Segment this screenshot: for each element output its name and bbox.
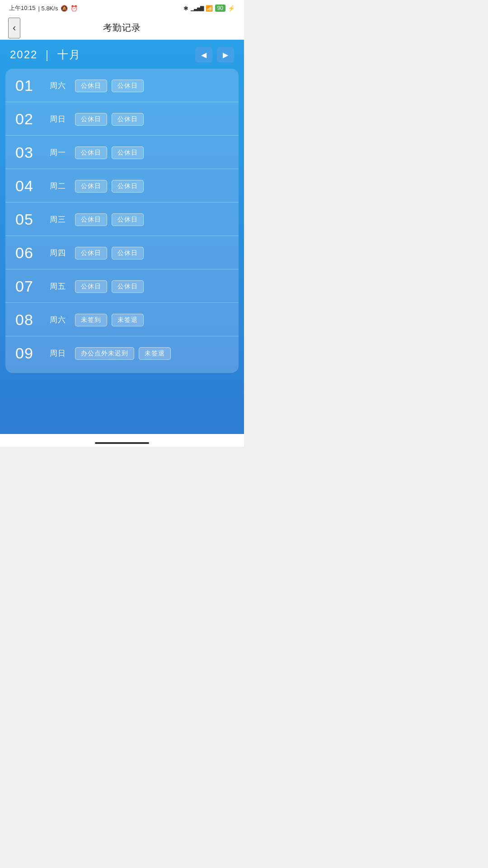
prev-month-button[interactable]: ◀ (195, 47, 212, 62)
page-title: 考勤记录 (103, 22, 141, 34)
record-day: 09 (15, 344, 42, 362)
record-tags: 未签到未签退 (75, 314, 229, 326)
record-weekday: 周二 (50, 181, 68, 191)
home-bar (0, 434, 244, 447)
month-title: 2022 ｜ 十月 (10, 47, 81, 62)
status-badge: 公休日 (112, 80, 144, 92)
record-weekday: 周六 (50, 315, 68, 325)
record-row[interactable]: 08周六未签到未签退 (5, 303, 239, 336)
status-badge: 公休日 (112, 213, 144, 226)
record-row[interactable]: 01周六公休日公休日 (5, 69, 239, 102)
alarm-icon: ⏰ (70, 5, 78, 12)
record-weekday: 周五 (50, 281, 68, 292)
status-badge: 公休日 (75, 80, 107, 92)
record-tags: 公休日公休日 (75, 180, 229, 193)
records-card: 01周六公休日公休日02周日公休日公休日03周一公休日公休日04周二公休日公休日… (5, 69, 239, 373)
record-row[interactable]: 02周日公休日公休日 (5, 102, 239, 136)
record-day: 07 (15, 278, 42, 295)
charging-icon: ⚡ (228, 5, 235, 12)
network-label: | 5.8K/s (38, 5, 58, 12)
status-badge: 公休日 (112, 180, 144, 193)
battery-container: 90 (215, 5, 225, 12)
record-day: 03 (15, 144, 42, 161)
separator-label: ｜ (42, 48, 53, 61)
no-disturb-icon: 🔕 (61, 5, 68, 12)
record-day: 04 (15, 177, 42, 195)
status-badge: 未签退 (139, 347, 171, 360)
status-badge: 公休日 (75, 213, 107, 226)
status-badge: 办公点外未迟到 (75, 347, 134, 360)
year-label: 2022 (10, 48, 38, 61)
status-badge: 公休日 (75, 247, 107, 259)
record-tags: 公休日公休日 (75, 146, 229, 159)
status-badge: 公休日 (75, 146, 107, 159)
time-label: 上午10:15 (9, 4, 36, 12)
record-weekday: 周一 (50, 147, 68, 158)
back-button[interactable]: ‹ (8, 18, 20, 38)
status-left: 上午10:15 | 5.8K/s 🔕 ⏰ (9, 4, 78, 12)
record-tags: 公休日公休日 (75, 213, 229, 226)
wifi-icon: 📶 (206, 5, 213, 12)
status-badge: 公休日 (112, 146, 144, 159)
record-tags: 办公点外未迟到未签退 (75, 347, 229, 360)
signal-icon: ▁▃▅▇ (191, 5, 203, 11)
record-row[interactable]: 09周日办公点外未迟到未签退 (5, 336, 239, 369)
record-day: 01 (15, 77, 42, 94)
home-indicator (95, 442, 149, 444)
record-tags: 公休日公休日 (75, 280, 229, 293)
status-badge: 公休日 (75, 180, 107, 193)
record-day: 02 (15, 110, 42, 128)
record-row[interactable]: 05周三公休日公休日 (5, 203, 239, 236)
record-row[interactable]: 04周二公休日公休日 (5, 169, 239, 203)
status-badge: 未签退 (112, 314, 144, 326)
record-day: 05 (15, 211, 42, 228)
record-weekday: 周六 (50, 80, 68, 91)
month-header: 2022 ｜ 十月 ◀ ▶ (0, 40, 244, 69)
record-weekday: 周日 (50, 114, 68, 124)
record-row[interactable]: 03周一公休日公休日 (5, 136, 239, 169)
bluetooth-icon: ✱ (183, 5, 188, 12)
status-bar: 上午10:15 | 5.8K/s 🔕 ⏰ ✱ ▁▃▅▇ 📶 90 ⚡ (0, 0, 244, 16)
record-day: 06 (15, 244, 42, 262)
record-day: 08 (15, 311, 42, 329)
next-month-button[interactable]: ▶ (217, 47, 234, 62)
record-tags: 公休日公休日 (75, 247, 229, 259)
status-badge: 公休日 (112, 113, 144, 126)
record-tags: 公休日公休日 (75, 80, 229, 92)
status-badge: 公休日 (112, 280, 144, 293)
status-right: ✱ ▁▃▅▇ 📶 90 ⚡ (183, 5, 235, 12)
status-badge: 未签到 (75, 314, 107, 326)
record-row[interactable]: 07周五公休日公休日 (5, 269, 239, 303)
status-badge: 公休日 (75, 280, 107, 293)
status-badge: 公休日 (112, 247, 144, 259)
record-weekday: 周四 (50, 248, 68, 258)
nav-bar: ‹ 考勤记录 (0, 16, 244, 40)
status-badge: 公休日 (75, 113, 107, 126)
month-label: 十月 (57, 48, 81, 61)
record-row[interactable]: 06周四公休日公休日 (5, 236, 239, 269)
main-container: 2022 ｜ 十月 ◀ ▶ 01周六公休日公休日02周日公休日公休日03周一公休… (0, 40, 244, 434)
record-tags: 公休日公休日 (75, 113, 229, 126)
record-weekday: 周日 (50, 348, 68, 359)
record-weekday: 周三 (50, 214, 68, 225)
